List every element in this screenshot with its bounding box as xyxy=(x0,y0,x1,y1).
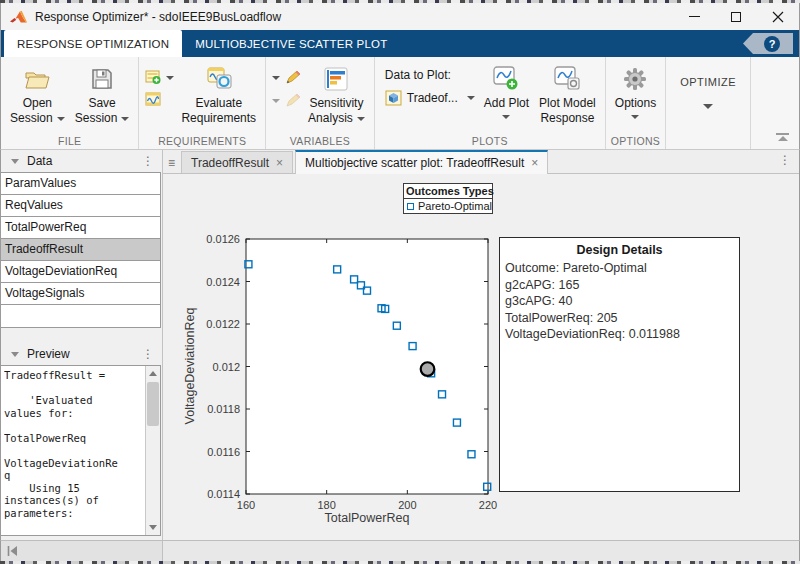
requirement-signal-button[interactable] xyxy=(145,92,174,107)
dropdown-arrow-icon xyxy=(502,115,510,119)
data-to-plot-label: Data to Plot: xyxy=(385,68,475,82)
options-label: Options xyxy=(615,96,656,111)
optimize-label: OPTIMIZE xyxy=(680,76,736,88)
pencil-disabled-icon xyxy=(284,93,301,109)
selected-scatter-point[interactable] xyxy=(421,362,435,376)
collapse-ribbon-icon xyxy=(776,133,789,135)
dropdown-arrow-icon xyxy=(467,96,475,100)
scrollbar-thumb[interactable] xyxy=(147,382,159,426)
scroll-up-button[interactable] xyxy=(146,366,160,381)
title-bar: Response Optimizer* - sdoIEEE9BusLoadflo… xyxy=(0,3,800,30)
new-requirement-button[interactable] xyxy=(145,70,174,85)
add-plot-button[interactable]: Add Plot xyxy=(479,62,534,121)
list-item-paramvalues[interactable]: ParamValues xyxy=(1,173,160,195)
list-item-totalpowerreq[interactable]: TotalPowerReq xyxy=(1,217,160,239)
design-details-panel: Design Details Outcome: Pareto-Optimal g… xyxy=(499,237,740,492)
status-bar-left xyxy=(1,541,163,561)
evaluate-requirements-label-2: Requirements xyxy=(181,111,256,126)
list-item-voltagedeviationreq[interactable]: VoltageDeviationReq xyxy=(1,261,160,283)
gear-icon xyxy=(622,64,648,94)
save-session-button[interactable]: Save Session xyxy=(70,62,135,128)
group-plots: Data to Plot: Tradeof... xyxy=(375,57,606,149)
close-tab-icon[interactable]: × xyxy=(276,156,283,170)
dropdown-arrow-icon xyxy=(121,117,129,121)
dropdown-arrow-icon xyxy=(272,99,280,103)
list-item-reqvalues[interactable]: ReqValues xyxy=(1,195,160,217)
y-tick-label: 0.0124 xyxy=(206,276,240,288)
collapse-sidebar-icon[interactable] xyxy=(6,545,19,557)
add-plot-label: Add Plot xyxy=(484,96,529,111)
status-bar xyxy=(0,540,800,561)
design-details-title: Design Details xyxy=(500,243,739,257)
group-variables: Sensitivity Analysis VARIABLES xyxy=(266,57,375,149)
document-list-icon[interactable]: ≡ xyxy=(163,156,181,173)
tab-response-optimization[interactable]: RESPONSE OPTIMIZATION xyxy=(4,30,182,57)
options-button[interactable]: Options xyxy=(610,62,661,121)
tab-multiobjective-scatter-plot[interactable]: MULTIOBJECTIVE SCATTER PLOT xyxy=(182,30,400,57)
close-button[interactable] xyxy=(757,3,799,30)
group-options: Options OPTIONS xyxy=(606,57,666,149)
group-file: Open Session Save Session FILE xyxy=(1,57,139,149)
y-tick-label: 0.0126 xyxy=(206,233,240,245)
sensitivity-analysis-icon xyxy=(323,64,349,94)
y-tick-label: 0.0118 xyxy=(207,403,240,415)
preview-scrollbar[interactable] xyxy=(145,366,160,535)
edit-variable-disabled-button[interactable] xyxy=(272,93,301,109)
edit-variable-button[interactable] xyxy=(272,70,301,86)
open-folder-icon xyxy=(23,64,51,94)
close-tab-icon[interactable]: × xyxy=(531,156,538,170)
collapse-ribbon-button[interactable] xyxy=(776,133,789,141)
preview-panel-menu-icon[interactable]: ⋮ xyxy=(138,347,158,361)
list-item-voltagesignals[interactable]: VoltageSignals xyxy=(1,283,160,305)
sensitivity-analysis-button[interactable]: Sensitivity Analysis xyxy=(303,62,370,128)
variables-small-buttons xyxy=(272,62,301,109)
open-session-label-2: Session xyxy=(10,111,53,125)
tradeoff-data-icon xyxy=(385,90,402,106)
list-item-tradeoffresult[interactable]: TradeoffResult xyxy=(1,239,160,261)
doc-tab-label: Multiobjective scatter plot: TradeoffRes… xyxy=(305,156,524,170)
doc-tab-scatter-plot[interactable]: Multiobjective scatter plot: TradeoffRes… xyxy=(295,150,548,174)
evaluate-requirements-button[interactable]: Evaluate Requirements xyxy=(176,62,261,128)
window-controls xyxy=(673,3,799,30)
dropdown-arrow-icon xyxy=(57,117,65,121)
doc-tab-tradeoffresult[interactable]: TradeoffResult × xyxy=(181,151,293,173)
y-tick-label: 0.0122 xyxy=(206,318,240,330)
pencil-icon xyxy=(284,70,301,86)
scroll-up-icon xyxy=(149,371,157,376)
preview-box: TradeoffResult = 'Evaluated values for: … xyxy=(1,365,161,536)
data-to-plot-dropdown[interactable]: Tradeof... xyxy=(385,90,475,106)
ribbon-tab-strip: RESPONSE OPTIMIZATION MULTIOBJECTIVE SCA… xyxy=(0,30,800,57)
sidebar: Data ⋮ ParamValues ReqValues TotalPowerR… xyxy=(1,150,163,540)
help-button[interactable]: ? xyxy=(743,33,793,54)
dropdown-arrow-icon xyxy=(166,76,174,80)
window-title: Response Optimizer* - sdoIEEE9BusLoadflo… xyxy=(35,10,281,24)
evaluate-requirements-icon xyxy=(204,64,234,94)
scroll-down-button[interactable] xyxy=(146,520,160,535)
data-panel-title: Data xyxy=(27,154,52,168)
x-tick-label: 160 xyxy=(237,499,255,511)
data-to-plot-control: Data to Plot: Tradeof... xyxy=(379,62,479,106)
plot-model-response-button[interactable]: Plot Model Response xyxy=(534,62,601,128)
detail-g2capg: g2cAPG: 165 xyxy=(505,277,739,294)
help-icon: ? xyxy=(764,36,780,52)
new-requirement-icon xyxy=(145,70,162,85)
dropdown-arrow-icon xyxy=(272,76,280,80)
main-content: Data ⋮ ParamValues ReqValues TotalPowerR… xyxy=(0,150,800,540)
tab-bar-menu-icon[interactable]: ⋮ xyxy=(779,153,791,167)
open-session-button[interactable]: Open Session xyxy=(5,62,70,128)
group-label-plots: PLOTS xyxy=(375,135,605,147)
data-panel-header: Data ⋮ xyxy=(1,150,162,172)
group-label-options: OPTIONS xyxy=(606,135,665,147)
collapse-panel-icon[interactable] xyxy=(11,352,19,357)
preview-panel-title: Preview xyxy=(27,347,70,361)
minimize-button[interactable] xyxy=(673,3,715,30)
data-panel-menu-icon[interactable]: ⋮ xyxy=(138,154,158,168)
list-item-empty[interactable] xyxy=(1,305,160,327)
detail-g3capg: g3cAPG: 40 xyxy=(505,293,739,310)
maximize-button[interactable] xyxy=(715,3,757,30)
optimize-button[interactable]: OPTIMIZE xyxy=(670,62,746,109)
save-session-label-1: Save xyxy=(88,96,115,110)
data-to-plot-value: Tradeof... xyxy=(407,91,458,105)
plot-model-response-icon xyxy=(552,64,582,94)
collapse-panel-icon[interactable] xyxy=(11,159,19,164)
